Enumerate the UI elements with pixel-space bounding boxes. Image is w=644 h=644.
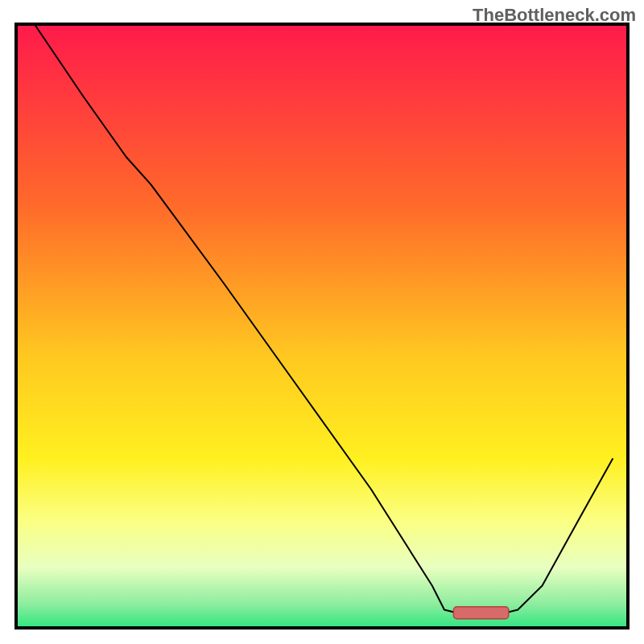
chart-background [16, 24, 628, 628]
watermark-text: TheBottleneck.com [473, 5, 636, 26]
bottleneck-chart [0, 0, 644, 644]
optimum-marker [453, 607, 508, 619]
